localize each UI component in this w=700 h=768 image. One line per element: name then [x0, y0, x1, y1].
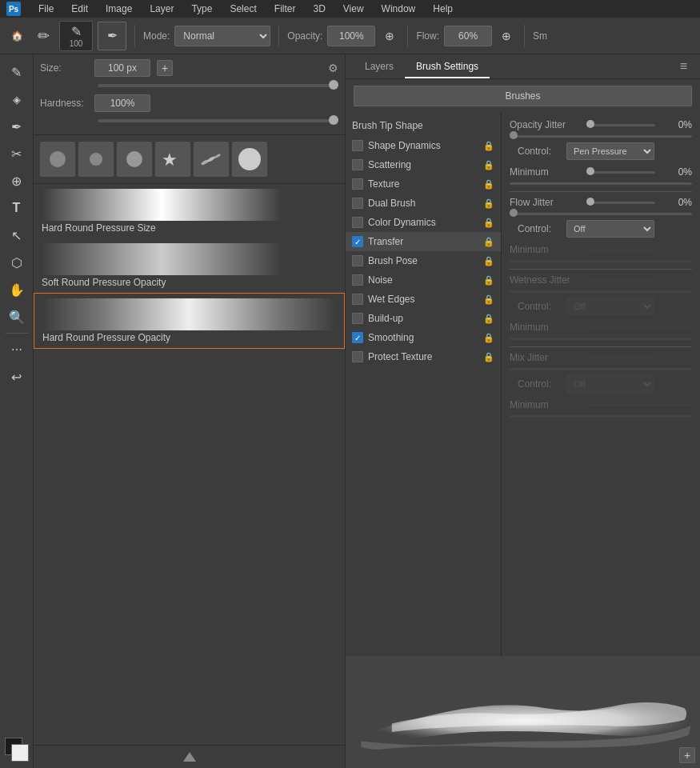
checkbox-shape-dynamics[interactable]	[352, 140, 363, 151]
menu-type[interactable]: Type	[188, 2, 215, 16]
setting-protect-texture[interactable]: Protect Texture 🔒	[346, 347, 501, 366]
lasso-tool[interactable]: ◈	[4, 86, 30, 112]
brush-item-1[interactable]: Hard Round Pressure Size	[34, 184, 345, 238]
add-brush-button[interactable]: +	[157, 60, 173, 76]
checkbox-protect-texture[interactable]	[352, 351, 363, 362]
checkbox-wet-edges[interactable]	[352, 294, 363, 305]
brush-item-3[interactable]: Hard Round Pressure Opacity	[34, 293, 345, 349]
opacity-pressure-button[interactable]: ⊕	[380, 26, 399, 46]
zoom-tool[interactable]: 🔍	[4, 304, 30, 330]
mix-control-select: Off	[566, 375, 654, 393]
brush-thumb-6[interactable]	[232, 142, 267, 177]
checkbox-color-dynamics[interactable]	[352, 217, 363, 228]
flow-input[interactable]	[444, 26, 492, 46]
heal-tool[interactable]: ⊕	[4, 168, 30, 194]
setting-color-dynamics[interactable]: Color Dynamics 🔒	[346, 213, 501, 232]
flow-pressure-button[interactable]: ⊕	[497, 26, 516, 46]
background-color[interactable]	[11, 744, 29, 762]
menu-layer[interactable]: Layer	[146, 2, 177, 16]
checkbox-noise[interactable]	[352, 274, 363, 286]
checkbox-scattering[interactable]	[352, 159, 363, 170]
opacity-minimum-slider[interactable]	[586, 171, 655, 174]
opacity-minimum-thumb[interactable]	[586, 167, 594, 175]
hardness-slider-thumb[interactable]	[329, 115, 338, 125]
brush-thumb-1[interactable]	[40, 142, 75, 177]
menu-3d[interactable]: 3D	[310, 2, 328, 16]
checkbox-transfer[interactable]	[352, 236, 363, 247]
checkbox-brush-pose[interactable]	[352, 255, 363, 266]
brush-tool-button[interactable]: ✏	[33, 24, 54, 48]
panel-menu-icon[interactable]: ≡	[675, 54, 692, 78]
brush-item-2[interactable]: Soft Round Pressure Opacity	[34, 238, 345, 293]
setting-dual-brush[interactable]: Dual Brush 🔒	[346, 194, 501, 213]
select-tool[interactable]: ↖	[4, 222, 30, 248]
mix-minimum-row: Minimum	[510, 399, 692, 410]
setting-smoothing[interactable]: Smoothing 🔒	[346, 328, 501, 347]
size-slider[interactable]	[98, 84, 338, 87]
menu-help[interactable]: Help	[430, 2, 456, 16]
brush-thumb-3[interactable]	[117, 142, 152, 177]
brush-thumb-2[interactable]	[78, 142, 114, 177]
setting-build-up[interactable]: Build-up 🔒	[346, 309, 501, 328]
size-slider-thumb[interactable]	[329, 80, 338, 90]
tab-brush-settings[interactable]: Brush Settings	[405, 56, 490, 78]
home-button[interactable]: 🏠	[6, 27, 28, 45]
hand-tool[interactable]: ✋	[4, 277, 30, 302]
opacity-input[interactable]	[327, 26, 375, 46]
setting-shape-dynamics[interactable]: Shape Dynamics 🔒	[346, 136, 501, 155]
opacity-control-select[interactable]: Pen Pressure Off Fade	[566, 142, 654, 160]
setting-wet-edges[interactable]: Wet Edges 🔒	[346, 290, 501, 309]
menu-filter[interactable]: Filter	[271, 2, 299, 16]
setting-name-wet-edges: Wet Edges	[368, 294, 478, 305]
menu-image[interactable]: Image	[102, 2, 135, 16]
crop-tool[interactable]: ✂	[4, 141, 30, 166]
color-swatch[interactable]	[5, 738, 29, 762]
hardness-slider-row: H:	[40, 115, 338, 126]
setting-transfer[interactable]: Transfer 🔒	[346, 232, 501, 251]
menu-view[interactable]: View	[340, 2, 367, 16]
setting-texture[interactable]: Texture 🔒	[346, 174, 501, 194]
history-tool[interactable]: ↩	[4, 364, 30, 390]
move-tool[interactable]: ✎	[4, 59, 30, 85]
size-row: Size: + ⚙	[40, 59, 338, 77]
menu-window[interactable]: Window	[378, 2, 419, 16]
flow-jitter-thumb[interactable]	[586, 198, 594, 206]
type-tool[interactable]: T	[4, 195, 30, 221]
checkbox-build-up[interactable]	[352, 313, 363, 324]
mode-select[interactable]: Normal Multiply Screen	[174, 26, 270, 46]
svg-point-2	[126, 151, 142, 167]
checkbox-smoothing[interactable]	[352, 332, 363, 343]
gear-icon[interactable]: ⚙	[328, 62, 338, 74]
brush-thumb-5[interactable]	[194, 142, 229, 177]
checkbox-dual-brush[interactable]	[352, 198, 363, 209]
setting-scattering[interactable]: Scattering 🔒	[346, 155, 501, 174]
hardness-slider[interactable]	[98, 119, 338, 122]
brushes-button[interactable]: Brushes	[354, 86, 692, 106]
collapse-triangle[interactable]	[183, 752, 196, 762]
menu-file[interactable]: File	[35, 2, 57, 16]
brush-size-icon[interactable]: ✎ 100	[59, 21, 93, 51]
wetness-control-label: Control:	[518, 301, 562, 312]
setting-brush-pose[interactable]: Brush Pose 🔒	[346, 251, 501, 270]
add-preset-button[interactable]: +	[679, 747, 695, 763]
flow-jitter-slider[interactable]	[586, 202, 655, 204]
brush-thumb-4[interactable]: ★	[155, 142, 190, 177]
hardness-row: Hardness:	[40, 94, 338, 112]
flow-control-select[interactable]: Off Pen Pressure Fade	[566, 220, 654, 238]
more-tools[interactable]: ⋯	[4, 337, 30, 362]
tab-layers[interactable]: Layers	[354, 56, 405, 78]
checkbox-texture[interactable]	[352, 178, 363, 190]
menu-edit[interactable]: Edit	[68, 2, 91, 16]
pen-tool[interactable]: ✒	[4, 114, 30, 139]
opacity-jitter-label: Opacity Jitter	[510, 119, 582, 130]
brush-preview-bottom: +	[346, 656, 700, 768]
brush-tip-shape-item[interactable]: Brush Tip Shape	[346, 116, 501, 136]
size-input[interactable]	[94, 59, 150, 77]
brush-settings-button[interactable]: ✒	[98, 22, 126, 50]
hardness-input[interactable]	[94, 94, 150, 112]
shape-tool[interactable]: ⬡	[4, 250, 30, 275]
opacity-jitter-thumb[interactable]	[586, 120, 594, 128]
menu-select[interactable]: Select	[226, 2, 259, 16]
setting-noise[interactable]: Noise 🔒	[346, 270, 501, 290]
opacity-jitter-slider[interactable]	[586, 124, 655, 126]
